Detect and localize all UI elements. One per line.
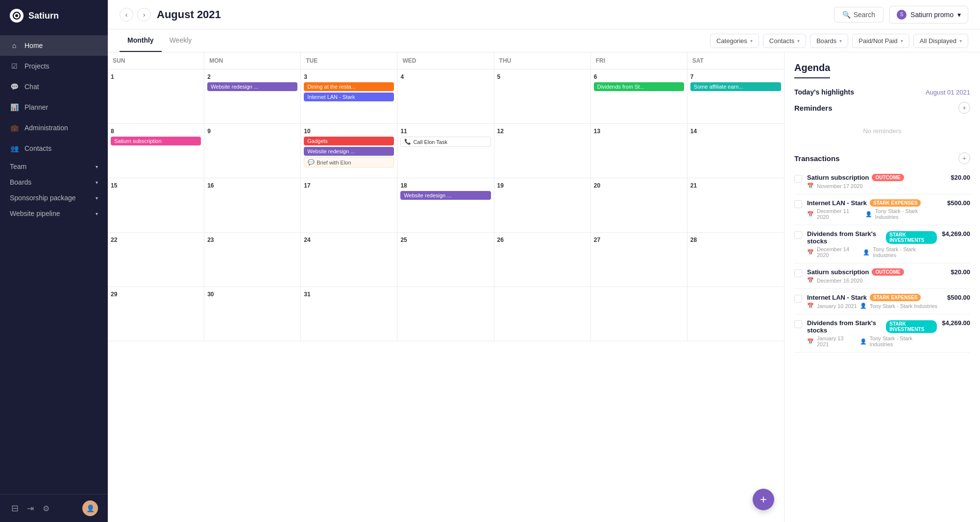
filter-boards[interactable]: Boards ▾ [810,34,848,48]
day-header: WED [397,52,494,69]
prev-button[interactable]: ‹ [120,8,133,22]
sidebar-item-contacts[interactable]: 👥 Contacts [0,138,108,159]
transaction-checkbox[interactable] [794,295,802,303]
calendar-day[interactable]: 19 [494,178,591,232]
calendar-day[interactable]: 18Website redesign ... [397,178,494,232]
sidebar-item-chat[interactable]: 💬 Chat [0,76,108,97]
person-icon: 👤 [865,211,872,217]
highlights-date: August 01 2021 [926,89,970,96]
filter-displayed[interactable]: All Displayed ▾ [913,34,968,48]
calendar-day[interactable]: 26 [494,233,591,286]
calendar-event[interactable]: Satiurn subscription [111,137,201,145]
calendar-day[interactable] [494,287,591,341]
calendar-event[interactable]: Some affiliate earn... [690,82,781,91]
avatar[interactable]: 👤 [82,500,98,516]
transaction-item: Dividends from Stark's stocks STARK INVE… [794,314,970,353]
sidebar-item-administration[interactable]: 💼 Administration [0,118,108,138]
calendar-day[interactable]: 23 [204,233,301,286]
settings-icon[interactable]: ⚙ [41,503,51,513]
calendar-day[interactable]: 17 [301,178,397,232]
calendar-day[interactable]: 12 [494,124,591,178]
logo[interactable]: Satiurn [0,0,108,31]
transaction-checkbox[interactable] [794,320,802,328]
transaction-info: Dividends from Stark's stocks STARK INVE… [807,319,937,347]
calendar-day[interactable]: 4 [397,70,494,123]
calendar-day[interactable]: 10GadgetsWebsite redesign ...💬Brief with… [301,124,397,178]
next-button[interactable]: › [137,8,151,22]
calendar-day[interactable]: 14 [687,124,784,178]
sidebar-item-home[interactable]: ⌂ Home [0,35,108,56]
collapse-icon[interactable]: ⊟ [10,503,20,513]
calendar-day[interactable]: 20 [591,178,687,232]
calendar-day[interactable]: 29 [108,287,204,341]
transaction-checkbox[interactable] [794,231,802,239]
calendar-event[interactable]: 📞Call Elon Task [400,137,490,147]
sidebar-item-projects[interactable]: ☑ Projects [0,56,108,76]
calendar-event[interactable]: Dividends from St... [594,82,684,91]
calendar-day[interactable]: 21 [687,178,784,232]
calendar-day[interactable]: 7Some affiliate earn... [687,70,784,123]
transaction-amount: $500.00 [947,294,970,301]
calendar-day[interactable]: 1 [108,70,204,123]
fab-button[interactable]: + [753,489,774,510]
day-header: SAT [687,52,784,69]
sidebar-section-team[interactable]: Team ▾ [0,159,108,174]
page-title: August 2021 [157,8,221,21]
day-number: 19 [497,182,588,189]
calendar-day[interactable]: 31 [301,287,397,341]
sidebar-section-boards[interactable]: Boards ▾ [0,174,108,190]
check-square-icon: ☑ [10,62,19,71]
calendar-day[interactable] [687,287,784,341]
chevron-down-icon: ▾ [959,38,962,44]
transaction-badge: OUTCOME [872,174,904,181]
calendar-day[interactable]: 16 [204,178,301,232]
sidebar-item-planner[interactable]: 📊 Planner [0,97,108,118]
agenda-panel: Agenda Today's highlights August 01 2021… [784,52,980,522]
filter-categories[interactable]: Categories ▾ [710,34,759,48]
calendar-day[interactable]: 9 [204,124,301,178]
calendar-day[interactable]: 3Dining at the resta...Internet LAN - St… [301,70,397,123]
calendar-event[interactable]: Internet LAN - Stark [304,93,394,101]
transaction-checkbox[interactable] [794,200,802,208]
tab-monthly[interactable]: Monthly [120,29,162,52]
calendar-day[interactable]: 8Satiurn subscription [108,124,204,178]
calendar-day[interactable]: 5 [494,70,591,123]
workspace-button[interactable]: S Satiurn promo ▾ [889,6,968,24]
sidebar-section-website[interactable]: Website pipeline ▾ [0,206,108,221]
filter-contacts[interactable]: Contacts ▾ [763,34,806,48]
transaction-checkbox[interactable] [794,269,802,277]
transaction-info: Dividends from Stark's stocks STARK INVE… [807,230,937,258]
calendar-day[interactable]: 30 [204,287,301,341]
calendar-day[interactable]: 22 [108,233,204,286]
calendar-icon: 📅 [807,338,814,345]
calendar-event[interactable]: Website redesign ... [304,147,394,156]
calendar-day[interactable]: 25 [397,233,494,286]
calendar-event[interactable]: Gadgets [304,137,394,145]
tab-weekly[interactable]: Weekly [162,29,200,52]
calendar-day[interactable]: 24 [301,233,397,286]
add-transaction-button[interactable]: + [958,152,970,164]
calendar-day[interactable]: 2Website redesign ... [204,70,301,123]
add-reminder-button[interactable]: + [958,102,970,114]
calendar-day[interactable]: 11📞Call Elon Task [397,124,494,178]
calendar-event[interactable]: 💬Brief with Elon [304,157,394,167]
calendar-event[interactable]: Website redesign ... [400,191,490,200]
sidebar-section-sponsorship[interactable]: Sponsorship package ▾ [0,190,108,206]
transaction-amount: $20.00 [951,174,970,181]
calendar-header: SUNMONTUEWEDTHUFRISAT [108,52,784,70]
transactions-header: Transactions + [794,152,970,164]
calendar-day[interactable]: 15 [108,178,204,232]
calendar-event[interactable]: Dining at the resta... [304,82,394,91]
calendar-day[interactable] [397,287,494,341]
calendar-day[interactable]: 28 [687,233,784,286]
calendar-day[interactable] [591,287,687,341]
search-button[interactable]: 🔍 Search [834,7,883,23]
transaction-checkbox[interactable] [794,175,802,183]
calendar-day[interactable]: 27 [591,233,687,286]
day-number: 10 [304,128,394,135]
calendar-day[interactable]: 13 [591,124,687,178]
calendar-day[interactable]: 6Dividends from St... [591,70,687,123]
logout-icon[interactable]: ⇥ [25,503,35,513]
filter-paid[interactable]: Paid/Not Paid ▾ [852,34,909,48]
calendar-event[interactable]: Website redesign ... [207,82,297,91]
